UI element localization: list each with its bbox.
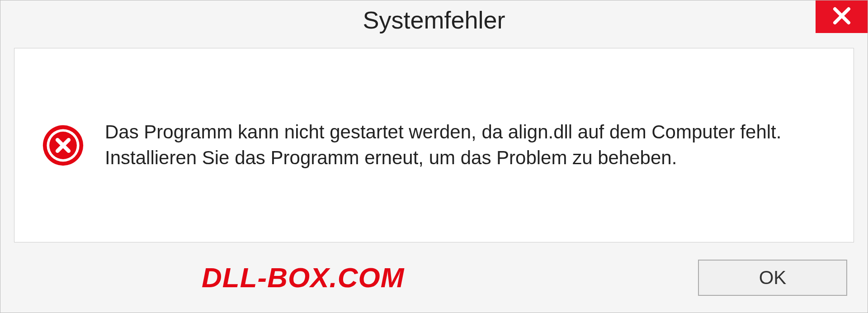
ok-button[interactable]: OK: [698, 260, 847, 296]
error-message: Das Programm kann nicht gestartet werden…: [105, 119, 826, 171]
content-panel: Das Programm kann nicht gestartet werden…: [14, 48, 854, 242]
dialog-footer: DLL-BOX.COM OK: [0, 254, 868, 313]
error-icon: [42, 124, 85, 167]
watermark-text: DLL-BOX.COM: [202, 261, 404, 294]
dialog-title: Systemfehler: [363, 6, 505, 34]
close-button[interactable]: [816, 0, 868, 33]
error-dialog: Systemfehler Das Programm kann nicht ges…: [0, 0, 868, 313]
close-icon: [830, 4, 854, 29]
titlebar: Systemfehler: [0, 0, 868, 39]
